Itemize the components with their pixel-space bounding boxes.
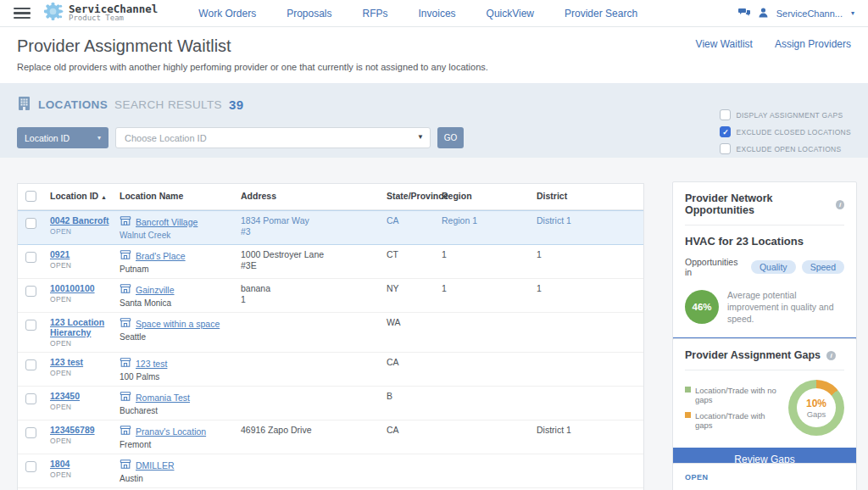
row-checkbox[interactable] [25, 393, 36, 404]
location-name-link[interactable]: 123 test [136, 359, 167, 369]
brand-logo[interactable]: ServiceChannel Product Team [42, 1, 158, 25]
location-name-link[interactable]: Brad's Place [136, 251, 186, 261]
location-id-link[interactable]: 0042 Bancroft [50, 215, 108, 226]
state-cell: CA [387, 420, 442, 439]
row-checkbox[interactable] [25, 252, 36, 263]
provider-assignment-gaps-panel: Provider Assignment Gaps i Location/Trad… [672, 338, 857, 472]
select-all-checkbox[interactable] [25, 191, 36, 202]
location-city: Santa Monica [120, 298, 237, 308]
exclude-open-locations-option[interactable]: EXCLUDE OPEN LOCATIONS [720, 143, 851, 154]
checkbox-checked[interactable] [720, 126, 731, 137]
brand-subtitle: Product Team [69, 14, 158, 22]
col-district[interactable]: District [537, 184, 643, 207]
gear-logo-icon [42, 1, 64, 25]
status-badge: OPEN [50, 295, 116, 303]
location-name-link[interactable]: DMILLER [136, 460, 175, 471]
location-id-link[interactable]: 123 test [50, 357, 83, 367]
table-row[interactable]: 123450OPEN Romania TestBucharest B [18, 387, 643, 420]
col-location-id[interactable]: Location ID ▲ [50, 184, 120, 207]
improvement-percent-badge: 46% [685, 290, 719, 324]
location-name-link[interactable]: Romania Test [136, 393, 190, 403]
location-name-link[interactable]: Space within a space [136, 319, 220, 329]
location-name-link[interactable]: Gainzville [136, 285, 175, 295]
table-row[interactable]: 0042 BancroftOPEN Bancroft VillageWalnut… [18, 210, 643, 245]
nav-proposals[interactable]: Proposals [287, 8, 331, 19]
storefront-icon [120, 317, 131, 330]
status-badge: OPEN [50, 471, 116, 479]
nav-quickview[interactable]: QuickView [487, 8, 534, 19]
col-location-name[interactable]: Location Name [120, 184, 241, 207]
table-row[interactable]: 0921OPEN Brad's PlacePutnam 1000 Destroy… [18, 245, 643, 279]
address-cell [241, 454, 387, 463]
table-row[interactable]: 100100100OPEN GainzvilleSanta Monica ban… [18, 279, 643, 313]
col-address[interactable]: Address [241, 184, 387, 207]
row-checkbox[interactable] [25, 427, 36, 438]
results-count: 39 [229, 97, 244, 112]
region-cell: Region 1 [442, 211, 537, 230]
info-icon[interactable]: i [836, 200, 844, 209]
location-id-link[interactable]: 123450 [50, 391, 80, 401]
display-assignment-gaps-option[interactable]: DISPLAY ASSIGNMENT GAPS [720, 109, 851, 120]
quality-pill[interactable]: Quality [751, 260, 796, 274]
district-cell [537, 454, 643, 463]
row-checkbox[interactable] [25, 218, 36, 229]
user-menu[interactable]: ServiceChann... [776, 8, 843, 19]
storefront-icon [120, 391, 131, 404]
address-cell: 46916 Zapo Drive [241, 420, 387, 439]
row-checkbox[interactable] [25, 359, 36, 370]
speed-pill[interactable]: Speed [802, 260, 844, 274]
region-cell [442, 353, 537, 361]
open-status-label: OPEN [685, 473, 844, 482]
nav-invoices[interactable]: Invoices [419, 8, 456, 19]
nav-provider-search[interactable]: Provider Search [565, 8, 637, 19]
nav-rfps[interactable]: RFPs [363, 8, 388, 19]
row-checkbox[interactable] [25, 286, 36, 297]
view-waitlist-link[interactable]: View Waitlist [696, 38, 753, 50]
location-id-link[interactable]: 123 Location Hierarchy [50, 317, 104, 337]
hamburger-menu-icon[interactable] [14, 8, 31, 19]
row-checkbox[interactable] [25, 461, 36, 472]
checkbox-unchecked[interactable] [720, 109, 731, 120]
storefront-icon [120, 459, 131, 471]
checkbox-unchecked[interactable] [720, 143, 731, 154]
filter-field-dropdown[interactable]: Location ID ▾ [17, 127, 108, 148]
chevron-down-icon[interactable]: ▾ [851, 9, 854, 17]
storefront-icon [120, 425, 131, 437]
panel-title: Provider Network Opportunities [685, 192, 830, 216]
location-name-link[interactable]: Pranav's Location [136, 426, 206, 437]
state-cell: CT [387, 245, 442, 264]
storefront-icon [120, 283, 131, 296]
go-button[interactable]: GO [437, 127, 464, 148]
user-icon [759, 8, 768, 19]
location-name-link[interactable]: Bancroft Village [136, 217, 198, 227]
provider-network-opportunities-panel: Provider Network Opportunities i HVAC fo… [672, 181, 857, 362]
gaps-percent: 10% [806, 398, 826, 409]
table-row[interactable]: 123456789OPEN Pranav's LocationFremont 4… [18, 420, 643, 454]
district-cell: 1 [537, 279, 643, 298]
row-checkbox[interactable] [25, 320, 36, 331]
table-row[interactable]: 123 Location HierarchyOPEN Space within … [18, 313, 643, 353]
col-state[interactable]: State/Province [387, 184, 442, 207]
table-row[interactable]: 1804OPEN DMILLERAustin [18, 454, 643, 488]
location-id-link[interactable]: 100100100 [50, 283, 95, 293]
location-id-input[interactable] [115, 127, 431, 148]
state-cell: CA [387, 353, 442, 371]
location-id-link[interactable]: 1804 [50, 459, 70, 469]
table-row[interactable]: 123 testOPEN 123 test100 Palms CA [18, 353, 643, 387]
exclude-closed-locations-option[interactable]: EXCLUDE CLOSED LOCATIONS [720, 126, 851, 137]
status-badge: OPEN [50, 227, 116, 236]
region-cell: 1 [442, 279, 537, 298]
chevron-down-icon: ▾ [97, 134, 101, 142]
district-cell [537, 387, 643, 395]
location-id-link[interactable]: 123456789 [50, 425, 95, 435]
address-cell [241, 387, 387, 395]
col-region[interactable]: Region [442, 184, 537, 207]
state-cell: NY [387, 279, 442, 298]
location-city: Austin [120, 474, 237, 483]
chat-icon[interactable] [738, 8, 750, 19]
nav-work-orders[interactable]: Work Orders [198, 8, 256, 19]
address-cell: 1834 Pomar Way#3 [241, 211, 387, 241]
info-icon[interactable]: i [826, 351, 836, 360]
assign-providers-link[interactable]: Assign Providers [775, 38, 851, 50]
location-id-link[interactable]: 0921 [50, 249, 70, 259]
